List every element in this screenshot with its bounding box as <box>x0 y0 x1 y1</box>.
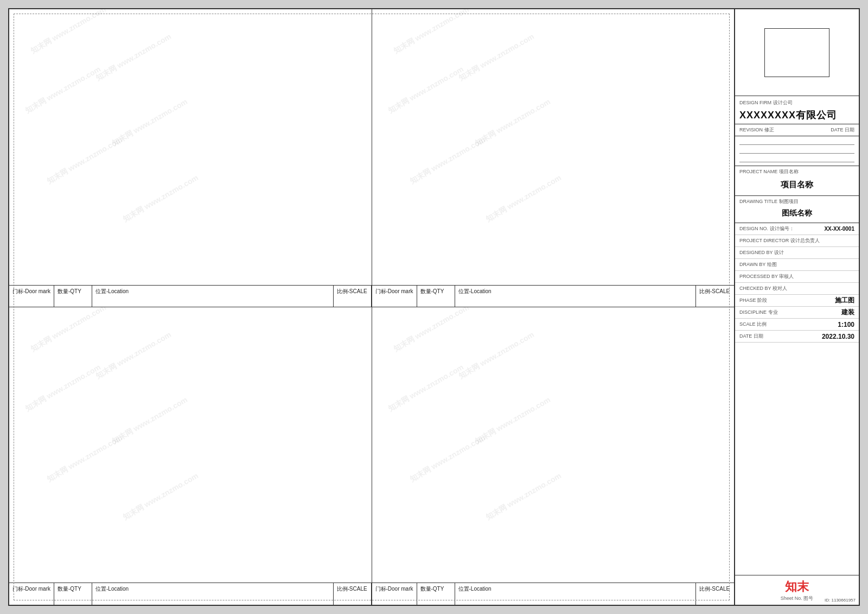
rev-line-3 <box>739 155 854 162</box>
watermark-23: 知末网 www.znzmo.com <box>408 433 487 484</box>
checked-by-label: CHECKED BY 校对人 <box>739 285 854 292</box>
watermark-6: 知末网 www.znzmo.com <box>121 173 200 225</box>
bottom-table-row: 门标-Door mark 数量-QTY 位置-Location 比例-SCALE… <box>9 583 734 605</box>
phase-value: 施工图 <box>835 296 854 305</box>
watermark-4: 知末网 www.znzmo.com <box>110 97 189 149</box>
watermark-24: 知末网 www.znzmo.com <box>484 471 563 522</box>
top-table-row: 门标-Door mark 数量-QTY 位置-Location 比例-SCALE… <box>9 286 734 307</box>
watermark-7: 知末网 www.znzmo.com <box>392 9 471 56</box>
watermark-16: 知末网 www.znzmo.com <box>110 395 189 446</box>
logo-box <box>764 28 829 77</box>
drawing-title-label: DRAWING TITLE 制图项目 <box>739 198 854 205</box>
scale-value: 1:100 <box>838 321 854 328</box>
top-table-right: 门标-Door mark 数量-QTY 位置-Location 比例-SCALE <box>372 286 735 307</box>
project-director-label: PROJECT DIRECTOR 设计总负责人 <box>739 237 854 244</box>
date-row: DATE 日期 2022.10.30 <box>735 331 859 343</box>
bottom-right-col3: 位置-Location <box>455 583 696 605</box>
designed-by-row: DESIGNED BY 设计 <box>735 247 859 259</box>
znzmo-logo: 知末 <box>785 579 809 595</box>
discipline-label: DISCIPLINE 专业 <box>739 309 841 316</box>
watermarks-bottom-left: 知末网 www.znzmo.com 知末网 www.znzmo.com 知末网 … <box>9 307 372 583</box>
top-right-panel: 知末网 www.znzmo.com 知末网 www.znzmo.com 知末网 … <box>372 9 735 285</box>
page-container: 知末网 www.znzmo.com 知末网 www.znzmo.com 知末网 … <box>8 8 860 606</box>
discipline-row: DISCIPLINE 专业 建装 <box>735 307 859 319</box>
top-right-col4: 比例-SCALE <box>696 286 734 307</box>
drawn-by-row: DRAWN BY 绘图 <box>735 259 859 271</box>
date-value: 2022.10.30 <box>822 333 854 340</box>
top-left-col2: 数量-QTY <box>54 286 92 307</box>
bottom-right-col2: 数量-QTY <box>417 583 455 605</box>
bottom-left-col1: 门标-Door mark <box>9 583 54 605</box>
top-left-col3: 位置-Location <box>92 286 333 307</box>
checked-by-row: CHECKED BY 校对人 <box>735 283 859 295</box>
bottom-left-panel: 知末网 www.znzmo.com 知末网 www.znzmo.com 知末网 … <box>9 307 372 583</box>
rev-line-2 <box>739 146 854 154</box>
top-right-col3: 位置-Location <box>455 286 696 307</box>
top-left-panel: 知末网 www.znzmo.com 知末网 www.znzmo.com 知末网 … <box>9 9 372 285</box>
top-left-col4: 比例-SCALE <box>334 286 372 307</box>
watermark-11: 知末网 www.znzmo.com <box>408 135 487 187</box>
design-no-row: DESIGN NO. 设计编号： XX-XX-0001 <box>735 223 859 235</box>
watermark-10: 知末网 www.znzmo.com <box>473 97 552 149</box>
company-name: XXXXXXXX有限公司 <box>739 109 854 122</box>
drawing-title-section: DRAWING TITLE 制图项目 图纸名称 <box>735 196 859 223</box>
processed-by-label: PROCESSED BY 审核人 <box>739 273 854 280</box>
drawn-by-label: DRAWN BY 绘图 <box>739 261 854 268</box>
watermark-8: 知末网 www.znzmo.com <box>457 32 536 84</box>
watermark-14: 知末网 www.znzmo.com <box>94 330 173 381</box>
watermark-21: 知末网 www.znzmo.com <box>386 362 465 414</box>
title-block-sidebar: DESIGN FIRM 设计公司 XXXXXXXX有限公司 REVISION 修… <box>735 8 860 606</box>
project-name-value: 项目名称 <box>739 175 854 194</box>
design-firm-label: DESIGN FIRM 设计公司 <box>739 99 854 106</box>
design-firm-section: DESIGN FIRM 设计公司 XXXXXXXX有限公司 <box>735 96 859 124</box>
revision-lines <box>735 136 859 166</box>
bottom-right-col1: 门标-Door mark <box>372 583 417 605</box>
watermark-1: 知末网 www.znzmo.com <box>29 9 108 56</box>
bottom-left-col4: 比例-SCALE <box>334 583 372 605</box>
watermark-2: 知末网 www.znzmo.com <box>94 32 173 84</box>
logo-area <box>735 9 859 96</box>
scale-label: SCALE 比例 <box>739 321 838 328</box>
znzmo-branding: 知末 Sheet No. 图号 <box>781 579 814 602</box>
watermarks-bottom-right: 知末网 www.znzmo.com 知末网 www.znzmo.com 知末网 … <box>372 307 735 583</box>
id-badge: ID: 1130661957 <box>825 598 856 603</box>
revision-section: REVISION 修正 DATE 日期 <box>735 124 859 136</box>
bottom-right-panel: 知末网 www.znzmo.com 知末网 www.znzmo.com 知末网 … <box>372 307 735 583</box>
bottom-panels: 知末网 www.znzmo.com 知末网 www.znzmo.com 知末网 … <box>9 307 734 584</box>
rev-line-1 <box>739 137 854 145</box>
designed-by-label: DESIGNED BY 设计 <box>739 249 854 256</box>
top-right-col2: 数量-QTY <box>417 286 455 307</box>
watermark-13: 知末网 www.znzmo.com <box>29 307 108 354</box>
bottom-table-right: 门标-Door mark 数量-QTY 位置-Location 比例-SCALE <box>372 583 735 605</box>
watermark-12: 知末网 www.znzmo.com <box>484 173 563 225</box>
design-no-value: XX-XX-0001 <box>824 226 854 232</box>
drawing-title-value: 图纸名称 <box>739 205 854 221</box>
discipline-value: 建装 <box>841 308 854 317</box>
top-left-col1: 门标-Door mark <box>9 286 54 307</box>
watermark-20: 知末网 www.znzmo.com <box>457 330 536 381</box>
watermark-15: 知末网 www.znzmo.com <box>23 362 103 414</box>
top-right-col1: 门标-Door mark <box>372 286 417 307</box>
project-name-section: PROJECT NAME 项目名称 项目名称 <box>735 166 859 196</box>
phase-row: PHASE 阶段 施工图 <box>735 295 859 307</box>
project-director-row: PROJECT DIRECTOR 设计总负责人 <box>735 235 859 247</box>
drawing-section: 知末网 www.znzmo.com 知末网 www.znzmo.com 知末网 … <box>9 9 734 605</box>
watermark-19: 知末网 www.znzmo.com <box>392 307 471 354</box>
watermark-22: 知末网 www.znzmo.com <box>473 395 552 446</box>
sheet-no-label: Sheet No. 图号 <box>781 595 814 602</box>
date-field-label: DATE 日期 <box>739 333 822 340</box>
bottom-right-col4: 比例-SCALE <box>696 583 734 605</box>
date-label: DATE 日期 <box>831 126 854 134</box>
bottom-table-left: 门标-Door mark 数量-QTY 位置-Location 比例-SCALE <box>9 583 372 605</box>
bottom-logo-area: 知末 Sheet No. 图号 ID: 1130661957 <box>735 575 859 605</box>
watermark-9: 知末网 www.znzmo.com <box>386 65 465 116</box>
info-rows: DESIGN NO. 设计编号： XX-XX-0001 PROJECT DIRE… <box>735 223 859 575</box>
project-name-label: PROJECT NAME 项目名称 <box>739 168 854 175</box>
phase-label: PHASE 阶段 <box>739 297 835 304</box>
main-drawing-area: 知末网 www.znzmo.com 知末网 www.znzmo.com 知末网 … <box>8 8 735 606</box>
watermark-17: 知末网 www.znzmo.com <box>45 433 124 484</box>
watermarks-top-right: 知末网 www.znzmo.com 知末网 www.znzmo.com 知末网 … <box>372 9 735 285</box>
watermark-18: 知末网 www.znzmo.com <box>121 471 200 522</box>
watermark-5: 知末网 www.znzmo.com <box>45 135 124 187</box>
processed-by-row: PROCESSED BY 审核人 <box>735 271 859 283</box>
